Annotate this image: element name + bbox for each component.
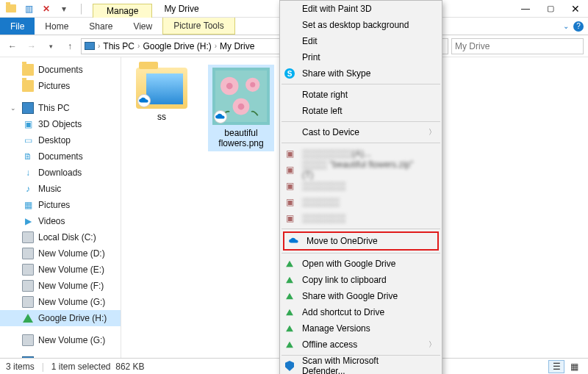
folder-icon[interactable] [3,1,19,17]
chevron-down-icon[interactable]: ⌄ [10,104,18,112]
cloud-sync-icon [214,110,227,123]
breadcrumb[interactable]: Google Drive (H:) [143,41,211,51]
view-large-icons-button[interactable]: ▦ [566,360,582,373]
music-icon: ♪ [22,183,34,195]
menu-move-to-onedrive[interactable]: Move to OneDrive [284,233,437,249]
folder-item-ss[interactable]: ss [129,65,195,125]
tab-home[interactable]: Home [35,18,79,35]
manage-tab[interactable]: Manage [93,4,152,18]
chevron-right-icon: 〉 [429,339,436,350]
context-menu: Edit with Paint 3D Set as desktop backgr… [279,0,442,374]
archive-icon: ▣ [283,179,296,193]
menu-cast-to-device[interactable]: Cast to Device〉 [280,124,442,140]
breadcrumb[interactable]: This PC [103,41,135,51]
nav-item-downloads[interactable]: ↓Downloads [0,165,121,181]
menu-share-skype[interactable]: SShare with Skype [280,65,442,82]
menu-copy-link[interactable]: Copy link to clipboard [280,272,442,288]
close-button[interactable]: ✕ [563,0,588,18]
menu-share-google-drive[interactable]: Share with Google Drive [280,288,442,304]
crumb-separator: › [137,42,140,50]
chevron-right-icon: 〉 [429,127,436,137]
cube-icon: ▣ [22,118,34,130]
google-drive-icon [283,306,296,319]
menu-offline-access[interactable]: Offline access〉 [280,337,442,353]
expand-ribbon-icon[interactable]: ⌄ [563,22,569,30]
nav-item-volume-d[interactable]: New Volume (D:) [0,245,121,262]
window-title: My Drive [152,2,210,15]
archive-icon: ▣ [283,212,296,225]
image-item-beautiful-flowers[interactable]: beautiful flowers.png [208,65,274,151]
back-button[interactable]: ← [4,38,21,54]
nav-item-volume-g[interactable]: New Volume (G:) [0,294,121,310]
minimize-button[interactable]: ― [513,0,538,18]
recent-locations-button[interactable]: ▾ [43,38,59,54]
menu-edit[interactable]: Edit [280,33,442,49]
nav-item-volume-g-2[interactable]: New Volume (G:) [0,332,121,348]
tab-picture-tools[interactable]: Picture Tools [162,18,234,35]
tab-view[interactable]: View [123,18,162,35]
desktop-icon: ▭ [22,134,34,146]
menu-add-shortcut-to-drive[interactable]: Add shortcut to Drive [280,304,442,320]
menu-manage-versions[interactable]: Manage Versions [280,320,442,337]
nav-item-music[interactable]: ♪Music [0,181,121,197]
pictures-icon: ▦ [22,199,34,211]
nav-item-google-drive-h[interactable]: Google Drive (H:) [0,310,121,326]
menu-separator [282,253,440,253]
file-label: ss [157,112,166,122]
menu-rotate-left[interactable]: Rotate left [280,103,442,119]
help-icon[interactable]: ? [573,21,584,32]
menu-separator [282,121,440,122]
breadcrumb[interactable]: My Drive [220,41,254,51]
nav-item-documents[interactable]: 🗎Documents [0,148,121,165]
google-drive-icon [283,322,296,335]
drive-icon [22,264,34,276]
menu-open-with-google-drive[interactable]: Open with Google Drive [280,256,442,272]
nav-item-pictures[interactable]: Pictures [0,78,121,94]
shield-icon [283,359,296,373]
qat-dropdown[interactable]: ▾ [56,1,72,17]
menu-obscured-item[interactable]: ▣░░░░ "beautiful flowers.zip" (T) [280,162,442,178]
menu-separator [282,84,440,84]
drive-icon [22,231,34,243]
videos-icon: ▶ [22,215,34,227]
contextual-tab-group: Manage [93,0,152,18]
tab-file[interactable]: File [0,18,35,35]
menu-rotate-right[interactable]: Rotate right [280,87,442,103]
pc-icon [85,42,95,50]
tab-share[interactable]: Share [79,18,123,35]
google-drive-icon [283,290,296,303]
documents-icon: 🗎 [22,151,34,162]
cloud-sync-icon [137,94,151,107]
status-selection: 1 item selected 862 KB [51,362,145,372]
forward-button[interactable]: → [24,38,40,54]
archive-icon: ▣ [283,147,296,160]
menu-obscured-item[interactable]: ▣░░░░░░░ [280,210,442,226]
nav-item-documents[interactable]: Documents [0,62,121,78]
menu-edit-paint3d[interactable]: Edit with Paint 3D [280,1,442,17]
google-drive-icon [283,273,296,287]
menu-separator [282,229,440,229]
nav-item-volume-f[interactable]: New Volume (F:) [0,278,121,294]
qat-delete[interactable]: ✕ [38,1,54,17]
nav-item-pictures[interactable]: ▦Pictures [0,197,121,213]
nav-item-3d-objects[interactable]: ▣3D Objects [0,116,121,132]
view-details-button[interactable]: ☰ [548,360,564,373]
menu-obscured-item[interactable]: ▣░░░░░░░ [280,178,442,194]
downloads-icon: ↓ [22,167,34,179]
search-input[interactable] [455,41,580,51]
menu-scan-defender[interactable]: Scan with Microsoft Defender... [280,358,442,374]
nav-item-volume-e[interactable]: New Volume (E:) [0,262,121,278]
nav-item-local-disk-c[interactable]: Local Disk (C:) [0,229,121,245]
menu-obscured-item[interactable]: ▣░░░░░░ [280,194,442,210]
menu-set-desktop-background[interactable]: Set as desktop background [280,17,442,33]
nav-item-desktop[interactable]: ▭Desktop [0,132,121,148]
maximize-button[interactable]: ▢ [538,0,563,18]
quick-access-toolbar: ▥ ✕ ▾ │ [0,1,93,17]
up-button[interactable]: ↑ [62,38,78,54]
menu-print[interactable]: Print [280,49,442,65]
qat-properties[interactable]: ▥ [21,1,37,17]
search-box[interactable] [451,38,584,54]
google-drive-icon [283,338,296,351]
nav-item-this-pc[interactable]: ⌄This PC [0,100,121,116]
nav-item-videos[interactable]: ▶Videos [0,213,121,229]
